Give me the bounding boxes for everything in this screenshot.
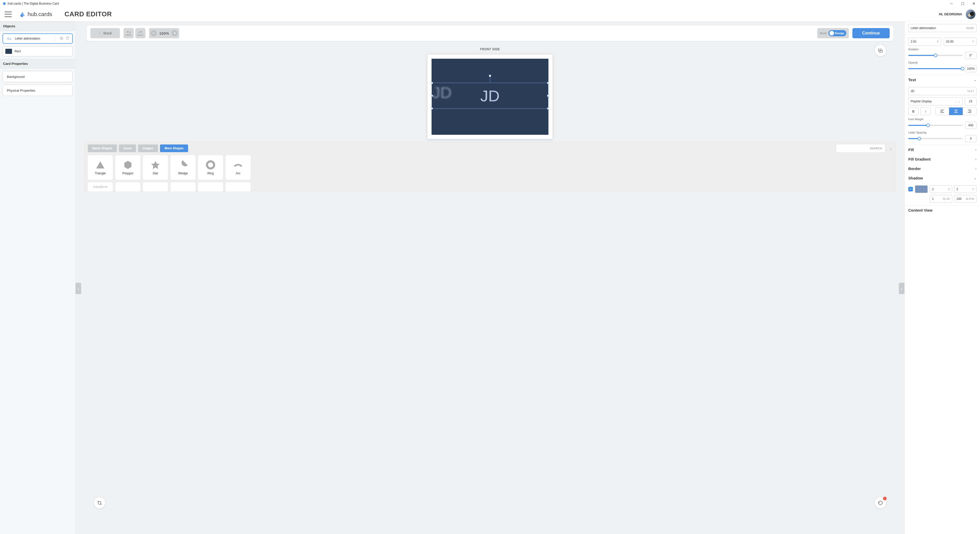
trash-icon[interactable] [65, 36, 70, 41]
bold-button[interactable]: B [908, 107, 918, 115]
zoom-out-button[interactable]: − [151, 30, 157, 36]
svg-rect-0 [61, 38, 63, 40]
brand-logo-icon [19, 11, 26, 18]
next-side-button[interactable]: › [899, 283, 904, 294]
shape-polygon[interactable]: Polygon [115, 155, 140, 180]
shadow-y-input[interactable]: 2Y [954, 185, 977, 193]
tab-basic-shapes[interactable]: Basic Shapes [88, 145, 117, 152]
shape-arc[interactable]: Arc [226, 155, 251, 180]
object-label: Letter abbreviation [15, 37, 40, 40]
card-face[interactable]: JD JD [431, 59, 549, 135]
letter-spacing-value[interactable]: 0 [965, 135, 977, 142]
card-properties-header: Card Properties [0, 59, 75, 69]
rotate-icon [878, 500, 883, 506]
center-toolbar: ← Back UNDO REDO − 100% + Mode [87, 26, 893, 41]
alert-badge: ! [883, 497, 886, 500]
redo-button[interactable]: REDO [135, 28, 145, 38]
tab-images[interactable]: Images [138, 145, 158, 152]
shadow-color-swatch[interactable] [915, 185, 928, 193]
flip-button[interactable]: ! [875, 497, 886, 508]
shape-placeholder[interactable] [115, 182, 140, 191]
greeting: HI, GEORGINA [939, 12, 962, 16]
prop-physical[interactable]: Physical Properties [3, 85, 73, 96]
avatar[interactable] [966, 10, 975, 19]
window-minimize[interactable]: ─ [947, 1, 956, 6]
chevron-down-icon[interactable]: ⌄ [889, 147, 892, 150]
shape-placeholder[interactable] [226, 182, 251, 191]
shape-placeholder[interactable] [198, 182, 223, 191]
opacity-value[interactable]: 100% [965, 65, 977, 72]
reorder-icon[interactable]: ⌃⌄ [54, 37, 57, 40]
name-input[interactable]: Letter abbreviation NAME [908, 24, 977, 32]
zoom-control: − 100% + [149, 28, 179, 38]
fill-gradient-panel-header[interactable]: Fill Gradient› [905, 155, 980, 164]
y-input[interactable]: 20.93Y [944, 38, 977, 46]
text-panel-header[interactable]: Text⌄ [905, 75, 980, 84]
selection-box[interactable]: JD JD [431, 83, 549, 109]
undo-button[interactable]: UNDO [124, 28, 134, 38]
copy-icon[interactable] [59, 36, 64, 41]
font-family-select[interactable]: Playfair Display⌄ [908, 97, 963, 105]
align-center-button[interactable] [949, 107, 963, 115]
border-panel-header[interactable]: Border› [905, 164, 980, 173]
shape-search-input[interactable]: SEARCH [836, 145, 885, 152]
chevron-right-icon: › [975, 158, 977, 161]
continue-button[interactable]: Continue [853, 28, 890, 38]
font-weight-slider[interactable] [908, 125, 963, 126]
zoom-value: 100% [159, 31, 169, 35]
letter-spacing-label: Letter Spacing [908, 131, 977, 134]
rotation-value[interactable]: 0° [965, 52, 977, 59]
crop-icon [97, 500, 102, 505]
font-weight-value[interactable]: 400 [965, 122, 977, 129]
content-view-header[interactable]: Content View [905, 206, 980, 215]
font-size-input[interactable]: 15 [965, 97, 977, 105]
right-panel: Letter abbreviation NAME 2.91X 20.93Y Ro… [904, 21, 980, 534]
mode-toggle[interactable]: Mode Design [817, 28, 849, 38]
wedge-icon [178, 160, 188, 170]
crop-button[interactable] [94, 497, 105, 508]
object-item-letter-abbreviation[interactable]: Aa Letter abbreviation ⌃⌄ [3, 33, 73, 44]
letter-spacing-slider[interactable] [908, 138, 963, 139]
window-maximize[interactable]: ☐ [958, 1, 967, 6]
switch[interactable]: Design [829, 30, 846, 36]
shadow-enable-checkbox[interactable]: ✓ [908, 187, 913, 191]
text-input[interactable]: JDTEXT [908, 87, 977, 95]
prev-side-button[interactable]: ‹ [76, 283, 81, 294]
chevron-down-icon: ⌄ [974, 176, 977, 180]
prop-background[interactable]: Background [3, 71, 73, 82]
object-item-rect[interactable]: Rect [3, 46, 73, 56]
italic-button[interactable]: I [921, 107, 931, 115]
shape-star[interactable]: Star [143, 155, 168, 180]
brand[interactable]: hub.cards [19, 11, 52, 18]
shape-wedge[interactable]: Wedge [170, 155, 196, 180]
window-close[interactable]: ✕ [969, 1, 978, 6]
canvas-card[interactable]: JD JD [428, 55, 552, 139]
card-text[interactable]: JD JD [432, 83, 548, 108]
help-chat-button[interactable] [875, 45, 886, 56]
shadow-x-input[interactable]: 2X [930, 185, 952, 193]
shadow-blur-input[interactable]: 1BLUR [930, 195, 952, 202]
fill-panel-header[interactable]: Fill› [905, 145, 980, 155]
align-left-button[interactable] [935, 107, 949, 115]
rotate-handle[interactable] [489, 75, 491, 77]
x-input[interactable]: 2.91X [908, 38, 941, 46]
left-panel: Objects Aa Letter abbreviation ⌃⌄ Rect C… [0, 21, 76, 534]
zoom-in-button[interactable]: + [172, 30, 178, 36]
topbar: hub.cards CARD EDITOR HI, GEORGINA [0, 7, 980, 21]
shadow-alpha-input[interactable]: 100ALPHA [954, 195, 977, 202]
rotation-slider[interactable] [908, 55, 963, 56]
shape-placeholder[interactable] [143, 182, 168, 191]
shape-ring[interactable]: Ring [198, 155, 223, 180]
shape-triangle[interactable]: Triangle [88, 155, 113, 180]
shape-placeholder[interactable] [170, 182, 196, 191]
opacity-slider[interactable] [908, 68, 963, 69]
back-button[interactable]: ← Back [90, 28, 120, 38]
menu-icon[interactable] [5, 11, 12, 17]
brand-name: hub.cards [27, 11, 52, 18]
align-right-button[interactable] [963, 107, 977, 115]
shape-transform[interactable]: transform [88, 182, 113, 191]
shadow-panel-header[interactable]: Shadow⌄ [905, 173, 980, 183]
text-icon: Aa [6, 35, 12, 42]
tab-icons[interactable]: Icons [119, 145, 136, 152]
tab-more-shapes[interactable]: More Shapes [160, 145, 188, 152]
